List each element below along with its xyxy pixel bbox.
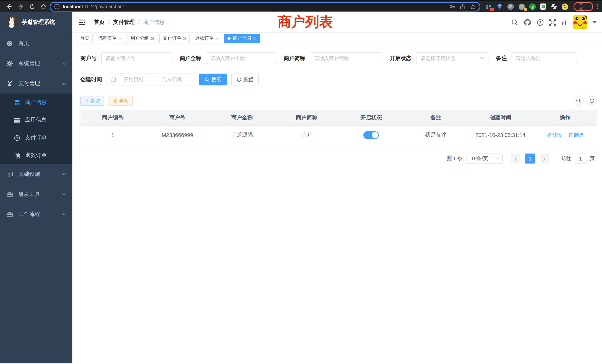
sidebar-item-app-info[interactable]: 应用信息 [0,111,72,129]
close-icon[interactable] [253,37,256,40]
header-search-icon[interactable] [511,19,518,26]
sidebar-logo[interactable]: 芋道管理系统 [0,12,72,32]
refresh-icon [589,99,594,103]
avatar-caret-icon[interactable] [593,21,597,23]
edit-link[interactable]: 修改 [546,131,562,138]
next-page-button[interactable] [540,154,549,164]
goto-page-input[interactable]: 1 [574,154,587,164]
prev-page-button[interactable] [511,154,520,164]
refresh-table-button[interactable] [587,96,597,106]
trash-icon [568,132,572,137]
forward-icon[interactable] [18,3,24,10]
browser-menu-icon[interactable] [597,4,598,9]
sidebar-item-dev-tools[interactable]: 研发工具 [0,184,72,204]
sidebar-item-payment[interactable]: 支付管理 [0,74,72,94]
toggle-search-button[interactable] [573,96,583,106]
sidebar-item-label: 支付订单 [25,134,46,141]
breadcrumb-home[interactable]: 首页 [94,19,105,26]
tab-home[interactable]: 首页 [76,34,93,43]
plus-icon [85,99,89,103]
share-icon[interactable] [460,4,466,10]
chevron-down-icon [62,173,66,176]
cell-full-name: 芋道源码 [210,131,274,138]
tab-user-group[interactable]: 用户分组 [127,34,157,43]
sidebar-item-workflow[interactable]: 工作流程 [0,204,72,225]
recorder-extension-icon[interactable]: 1 [518,3,525,10]
font-size-icon[interactable]: TT [561,19,567,26]
chat-extension-icon[interactable] [540,3,546,10]
delete-link[interactable]: 删除 [568,131,584,138]
url-path: :1024/pay/merchant [83,4,124,9]
close-icon[interactable] [151,37,154,40]
help-icon[interactable]: ? [537,19,543,26]
sidebar-item-label: 首页 [19,40,29,47]
col-short-name: 商户简称 [274,114,339,121]
balloon-extension-icon[interactable] [496,3,503,10]
sidebar-item-label: 研发工具 [19,191,40,198]
sidebar-collapse-icon[interactable] [78,19,89,25]
extension-badge: 10 [490,8,494,11]
toolbox-icon [7,192,13,197]
close-icon[interactable] [215,37,219,40]
tab-pay-order[interactable]: 支付订单 [159,34,190,43]
status-select[interactable]: 请选择开启状态 [416,52,488,64]
page-size-select[interactable]: 10条/页 [466,154,503,164]
filter-row-2: 创建时间 开始日期 - 结束日期 搜索 重置 [80,74,597,86]
browser-update-button[interactable]: 更新 [574,2,593,11]
search-button[interactable]: 搜索 [199,74,227,86]
close-icon[interactable] [183,37,186,40]
pagination: 共 1 条 10条/页 1 前往 1 页 [80,154,597,164]
puzzle-extension-icon[interactable] [551,3,558,10]
status-toggle[interactable] [364,131,379,139]
sidebar-menu: 首页 系统管理 支付管理 商户信息 [0,33,72,225]
y-extension-icon[interactable]: y [529,3,536,10]
breadcrumb-section[interactable]: 支付管理 [113,19,135,26]
sidebar-item-infrastructure[interactable]: 基础设施 [0,164,72,184]
emoji-extension-icon[interactable] [562,3,568,10]
tab-merchant-info[interactable]: 商户信息 [224,34,260,43]
url-host: localhost [63,4,83,9]
page-info-icon[interactable] [54,4,60,9]
cell-remark: 我是备注 [404,131,468,138]
reload-icon[interactable] [29,4,35,10]
calendar-icon [111,77,116,82]
sidebar-item-label: 工作流程 [19,211,40,218]
end-date-placeholder: 结束日期 [155,76,190,83]
bookmark-star-icon[interactable] [470,4,476,10]
tab-refund-order[interactable]: 退款订单 [192,34,222,43]
browser-toolbar: localhost:1024/pay/merchant 10 ⌘ 1 y 更 [0,0,602,12]
remark-label: 备注 [496,55,512,62]
remark-input[interactable]: 请输入备注 [512,52,577,64]
export-button[interactable]: 导出 [109,96,133,106]
goto-label: 前往 [561,155,571,162]
command-extension-icon[interactable]: ⌘ [507,3,514,10]
back-icon[interactable] [6,3,12,10]
github-icon[interactable] [524,19,531,26]
reset-button[interactable]: 重置 [231,74,258,86]
close-icon[interactable] [119,37,122,40]
add-button[interactable]: 新增 [80,96,104,106]
short-name-input[interactable]: 请输入商户简称 [310,52,382,64]
sidebar-item-label: 支付管理 [19,80,40,87]
merchant-no-input[interactable]: 请输入商户号 [101,52,172,64]
short-name-label: 商户简称 [284,55,310,62]
create-time-range-input[interactable]: 开始日期 - 结束日期 [107,74,194,86]
sidebar-item-merchant-info[interactable]: 商户信息 [0,94,72,111]
password-key-icon[interactable] [449,3,455,10]
tab-process-form[interactable]: 流程表单 [95,34,125,43]
full-name-label: 商户全称 [180,55,206,62]
sidebar-item-home[interactable]: 首页 [0,33,72,54]
home-icon[interactable] [40,3,46,10]
chevron-left-icon [514,156,517,161]
sidebar-item-system[interactable]: 系统管理 [0,54,72,74]
url-bar[interactable]: localhost:1024/pay/merchant [50,2,481,11]
page-number-1[interactable]: 1 [525,154,535,164]
full-name-input[interactable]: 请输入商户全称 [206,52,276,64]
logo-rabbit-image [6,16,18,28]
sidebar-item-label: 基础设施 [19,171,40,178]
tiles-extension-icon[interactable]: 10 [485,3,492,10]
sidebar-item-pay-order[interactable]: 支付订单 [0,129,72,147]
fullscreen-icon[interactable] [549,19,556,26]
sidebar-item-refund-order[interactable]: 退款订单 [0,147,72,164]
user-avatar[interactable] [573,15,587,29]
